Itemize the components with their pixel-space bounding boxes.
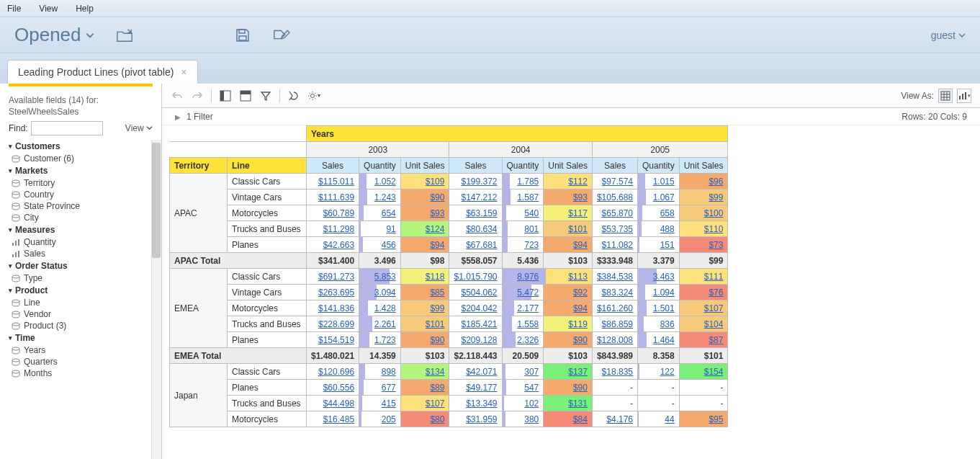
field-category[interactable]: Customers [9,140,160,153]
total-label[interactable]: APAC Total [170,253,307,269]
unitsales-cell[interactable]: $119 [544,316,593,332]
quantity-cell[interactable]: 102 [502,396,544,411]
field-item[interactable]: Quarters [9,356,160,367]
unitsales-cell[interactable]: $117 [544,205,593,221]
measure-header[interactable]: Sales [307,158,359,174]
quantity-cell[interactable]: 898 [359,364,401,380]
edit-tag-icon[interactable] [273,27,290,43]
quantity-cell[interactable]: 456 [359,237,401,253]
unitsales-cell[interactable]: $137 [544,364,593,380]
sales-cell[interactable]: $80.634 [449,221,502,237]
field-category[interactable]: Time [9,331,160,344]
territory-cell[interactable]: APAC [170,174,228,253]
quantity-cell[interactable]: 1.428 [359,300,401,316]
sales-cell[interactable]: $63.159 [449,205,502,221]
unitsales-cell[interactable]: $110 [679,221,728,237]
year-header[interactable]: 2003 [307,142,449,158]
field-item[interactable]: Line [9,297,160,308]
field-item[interactable]: Quantity [9,236,160,248]
sales-cell[interactable]: $11.298 [307,221,359,237]
sales-cell[interactable]: $18.835 [592,364,637,380]
sales-cell[interactable]: $60.556 [307,380,359,396]
unitsales-cell[interactable]: $131 [544,396,593,411]
refresh-icon[interactable] [287,89,300,102]
unitsales-cell[interactable]: $124 [400,221,449,237]
unitsales-cell[interactable]: $118 [400,269,449,285]
sales-cell[interactable]: $53.735 [592,221,637,237]
quantity-cell[interactable]: 1.587 [502,190,544,205]
line-cell[interactable]: Motorcycles [228,411,307,427]
quantity-cell[interactable]: 5.472 [502,285,544,300]
unitsales-cell[interactable]: $112 [544,174,593,190]
field-item[interactable]: Months [9,367,160,379]
unitsales-cell[interactable]: $154 [679,364,728,380]
close-icon[interactable]: × [181,66,186,78]
unitsales-cell[interactable]: $111 [679,269,728,285]
sales-cell[interactable]: $67.681 [449,237,502,253]
measure-header[interactable]: Sales [592,158,637,174]
sales-cell[interactable]: $199.372 [449,174,502,190]
year-header[interactable]: 2005 [592,142,727,158]
unitsales-cell[interactable]: $76 [679,285,728,300]
line-cell[interactable]: Planes [228,237,307,253]
save-icon[interactable] [234,27,251,43]
unitsales-cell[interactable]: $93 [544,190,593,205]
unitsales-cell[interactable]: $93 [400,205,449,221]
line-cell[interactable]: Trucks and Buses [228,221,307,237]
unitsales-cell[interactable]: $84 [544,411,593,427]
field-item[interactable]: Country [9,189,160,200]
sales-cell[interactable]: $263.695 [307,285,359,300]
quantity-cell[interactable]: 540 [502,205,544,221]
sales-cell[interactable]: $154.519 [307,332,359,348]
sales-cell[interactable]: $115.011 [307,174,359,190]
sales-cell[interactable]: $4.176 [592,411,637,427]
field-category[interactable]: Markets [9,164,160,177]
unitsales-cell[interactable]: $89 [400,380,449,396]
sales-cell[interactable]: $141.836 [307,300,359,316]
unitsales-cell[interactable]: $90 [400,190,449,205]
quantity-cell[interactable]: 1.723 [359,332,401,348]
quantity-cell[interactable]: 307 [502,364,544,380]
filter-summary[interactable]: ▶1 Filter [175,112,213,122]
field-item[interactable]: State Province [9,200,160,212]
line-cell[interactable]: Motorcycles [228,205,307,221]
menu-file[interactable]: File [7,4,21,14]
opened-dropdown[interactable]: Opened [14,24,94,46]
years-header[interactable]: Years [307,126,728,142]
territory-header[interactable]: Territory [170,158,228,174]
unitsales-cell[interactable]: $99 [679,190,728,205]
quantity-cell[interactable]: 1.501 [638,300,680,316]
quantity-cell[interactable]: 658 [638,205,680,221]
sales-cell[interactable]: $83.324 [592,285,637,300]
sales-cell[interactable]: $204.042 [449,300,502,316]
sales-cell[interactable]: $49.177 [449,380,502,396]
unitsales-cell[interactable]: $90 [400,332,449,348]
field-item[interactable]: Years [9,344,160,356]
measure-header[interactable]: Sales [449,158,502,174]
sales-cell[interactable]: $16.485 [307,411,359,427]
field-item[interactable]: Sales [9,248,160,259]
sales-cell[interactable]: $97.574 [592,174,637,190]
sales-cell[interactable]: $691.273 [307,269,359,285]
unitsales-cell[interactable]: $104 [679,316,728,332]
quantity-cell[interactable]: 91 [359,221,401,237]
unitsales-cell[interactable]: $92 [544,285,593,300]
measure-header[interactable]: Unit Sales [544,158,593,174]
field-item[interactable]: Product (3) [9,320,160,331]
quantity-cell[interactable]: 380 [502,411,544,427]
sales-cell[interactable]: $120.696 [307,364,359,380]
open-folder-icon[interactable] [116,27,133,43]
sales-cell[interactable]: $185.421 [449,316,502,332]
line-cell[interactable]: Planes [228,332,307,348]
field-category[interactable]: Measures [9,223,160,236]
quantity-cell[interactable]: 3.094 [359,285,401,300]
unitsales-cell[interactable]: $87 [679,332,728,348]
unitsales-cell[interactable]: $73 [679,237,728,253]
sales-cell[interactable]: $105.688 [592,190,637,205]
sales-cell[interactable]: $86.859 [592,316,637,332]
quantity-cell[interactable]: 5.853 [359,269,401,285]
quantity-cell[interactable]: 1.785 [502,174,544,190]
quantity-cell[interactable]: 723 [502,237,544,253]
view-dropdown[interactable]: View [125,123,153,133]
line-header[interactable]: Line [228,158,307,174]
